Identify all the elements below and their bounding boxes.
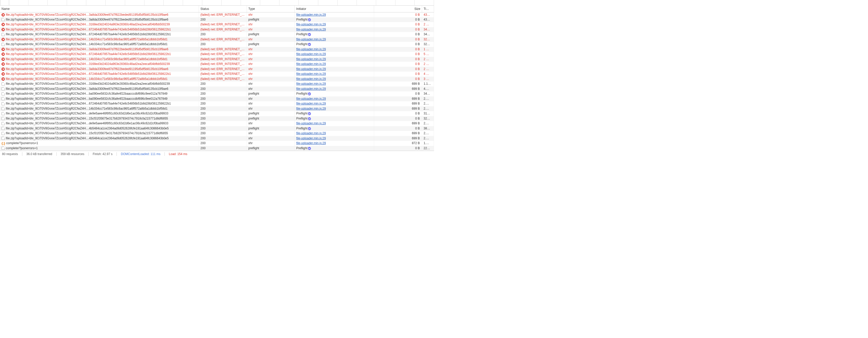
initiator-link[interactable]: file-uploader.min.js:29 [296,57,326,61]
initiator-link[interactable]: file-uploader.min.js:29 [296,82,326,86]
table-row[interactable]: file.zip?uploadId=blv_9CiT0V8Gvxw7ZcsxHS… [0,67,434,72]
initiator-link[interactable]: file-uploader.min.js:29 [296,107,326,111]
request-status: 200 [199,101,247,106]
table-row[interactable]: file.zip?uploadId=blv_9CiT0V8Gvxw7ZcsxHS… [0,131,434,136]
initiator-link[interactable]: file-uploader.min.js:29 [296,77,326,81]
request-name: file.zip?uploadId=blv_9CiT0V8Gvxw7ZcsxHS… [6,52,171,56]
initiator-link[interactable]: file-uploader.min.js:29 [296,13,326,17]
initiator-link[interactable]: file-uploader.min.js:29 [296,102,326,105]
table-row[interactable]: file.zip?uploadId=blv_9CiT0V8Gvxw7ZcsxHS… [0,82,434,87]
request-time: 34… [422,32,434,37]
request-size: 0 B [374,52,422,57]
table-row[interactable]: file.zip?uploadId=blv_9CiT0V8Gvxw7ZcsxHS… [0,91,434,96]
initiator-link[interactable]: file-uploader.min.js:29 [296,131,326,135]
table-row[interactable]: file.zip?uploadId=blv_9CiT0V8Gvxw7ZcsxHS… [0,101,434,106]
table-row[interactable]: file.zip?uploadId=blv_9CiT0V8Gvxw7ZcsxHS… [0,136,434,141]
request-type: xhr [247,121,294,126]
request-size: 0 B [374,42,422,47]
error-icon [2,23,5,26]
initiator-preflight[interactable]: Preflight [296,117,307,120]
column-header-time[interactable]: Ti… [422,6,434,12]
initiator-preflight[interactable]: Preflight [296,42,307,46]
request-time: 2 … [422,57,434,62]
table-row[interactable]: file.zip?uploadId=blv_9CiT0V8Gvxw7ZcsxHS… [0,52,434,57]
initiator-link[interactable]: file-uploader.min.js:29 [296,48,326,51]
table-row[interactable]: file.zip?uploadId=blv_9CiT0V8Gvxw7ZcsxHS… [0,57,434,62]
initiator-preflight[interactable]: Preflight [296,146,307,150]
initiator-link[interactable]: file-uploader.min.js:29 [296,141,326,145]
request-name: file.zip?uploadId=blv_9CiT0V8Gvxw7ZcsxHS… [6,92,167,96]
initiator-link[interactable]: file-uploader.min.js:29 [296,97,326,100]
initiator-link[interactable]: file-uploader.min.js:29 [296,122,326,125]
request-size: 699 B [374,101,422,106]
table-row[interactable]: file.zip?uploadId=blv_9CiT0V8Gvxw7ZcsxHS… [0,111,434,116]
column-header-initiator[interactable]: Initiator [294,6,374,12]
document-icon [2,92,5,95]
request-name: complete/?jsonerrors=1 [6,146,38,150]
request-name: file.zip?uploadId=blv_9CiT0V8Gvxw7ZcsxHS… [6,82,170,86]
initiator-link[interactable]: file-uploader.min.js:29 [296,28,326,31]
initiator-link[interactable]: file-uploader.min.js:29 [296,87,326,91]
initiator-link[interactable]: file-uploader.min.js:29 [296,37,326,41]
network-requests-table: Name Status Type Initiator Size Ti… file… [0,6,434,151]
error-icon [2,58,5,61]
request-size: 872 B [374,141,422,146]
table-row[interactable]: file.zip?uploadId=blv_9CiT0V8Gvxw7ZcsxHS… [0,17,434,22]
table-row[interactable]: file.zip?uploadId=blv_9CiT0V8Gvxw7ZcsxHS… [0,42,434,47]
request-size: 0 B [374,126,422,131]
initiator-link[interactable]: file-uploader.min.js:29 [296,62,326,66]
initiator-link[interactable]: file-uploader.min.js:29 [296,67,326,71]
initiator-preflight[interactable]: Preflight [296,112,307,115]
table-row[interactable]: file.zip?uploadId=blv_9CiT0V8Gvxw7ZcsxHS… [0,12,434,17]
request-time: 1.… [422,141,434,146]
request-type: preflight [247,111,294,116]
initiator-link[interactable]: file-uploader.min.js:29 [296,136,326,140]
table-row[interactable]: file.zip?uploadId=blv_9CiT0V8Gvxw7ZcsxHS… [0,116,434,121]
error-icon [2,72,5,75]
request-size: 0 B [374,27,422,32]
request-name: file.zip?uploadId=blv_9CiT0V8Gvxw7ZcsxHS… [6,23,170,26]
table-row[interactable]: file.zip?uploadId=blv_9CiT0V8Gvxw7ZcsxHS… [0,27,434,32]
request-type: xhr [247,131,294,136]
table-row[interactable]: file.zip?uploadId=blv_9CiT0V8Gvxw7ZcsxHS… [0,121,434,126]
initiator-preflight[interactable]: Preflight [296,92,307,95]
table-row[interactable]: file.zip?uploadId=blv_9CiT0V8Gvxw7ZcsxHS… [0,32,434,37]
request-status: 200 [199,17,247,22]
table-row[interactable]: file.zip?uploadId=blv_9CiT0V8Gvxw7ZcsxHS… [0,37,434,42]
initiator-link[interactable]: file-uploader.min.js:29 [296,23,326,26]
initiator-preflight[interactable]: Preflight [296,32,307,36]
table-row[interactable]: file.zip?uploadId=blv_9CiT0V8Gvxw7ZcsxHS… [0,76,434,82]
table-row[interactable]: file.zip?uploadId=blv_9CiT0V8Gvxw7ZcsxHS… [0,47,434,52]
request-status: 200 [199,91,247,96]
error-icon [2,67,5,71]
table-row[interactable]: file.zip?uploadId=blv_9CiT0V8Gvxw7ZcsxHS… [0,96,434,101]
request-name: file.zip?uploadId=blv_9CiT0V8Gvxw7ZcsxHS… [6,62,170,66]
request-name: file.zip?uploadId=blv_9CiT0V8Gvxw7ZcsxHS… [6,102,171,105]
initiator-preflight[interactable]: Preflight [296,18,307,21]
column-header-status[interactable]: Status [199,6,247,12]
request-name: file.zip?uploadId=blv_9CiT0V8Gvxw7ZcsxHS… [6,87,168,91]
table-row[interactable]: file.zip?uploadId=blv_9CiT0V8Gvxw7ZcsxHS… [0,22,434,27]
error-icon [2,62,5,66]
initiator-link[interactable]: file-uploader.min.js:29 [296,72,326,75]
document-icon [2,112,5,115]
table-row[interactable]: file.zip?uploadId=blv_9CiT0V8Gvxw7ZcsxHS… [0,106,434,112]
column-header-name[interactable]: Name [0,6,199,12]
column-header-size[interactable]: Size [374,6,422,12]
table-row[interactable]: file.zip?uploadId=blv_9CiT0V8Gvxw7ZcsxHS… [0,126,434,131]
request-status: (failed) net::ERR_INTERNET_… [199,57,247,62]
request-status: 200 [199,96,247,101]
table-row[interactable]: file.zip?uploadId=blv_9CiT0V8Gvxw7ZcsxHS… [0,62,434,67]
waterfall-timeline-header[interactable] [0,0,434,6]
request-type: xhr [247,62,294,67]
request-size: 699 B [374,106,422,112]
initiator-link[interactable]: file-uploader.min.js:29 [296,52,326,56]
request-type: xhr [247,47,294,52]
table-row[interactable]: file.zip?uploadId=blv_9CiT0V8Gvxw7ZcsxHS… [0,87,434,92]
column-header-type[interactable]: Type [247,6,294,12]
table-row[interactable]: {;}complete/?jsonerrors=1200xhrfile-uplo… [0,141,434,146]
table-row[interactable]: complete/?jsonerrors=1200preflightPrefli… [0,146,434,151]
request-time: 43… [422,17,434,22]
table-row[interactable]: file.zip?uploadId=blv_9CiT0V8Gvxw7ZcsxHS… [0,71,434,76]
initiator-preflight[interactable]: Preflight [296,127,307,130]
